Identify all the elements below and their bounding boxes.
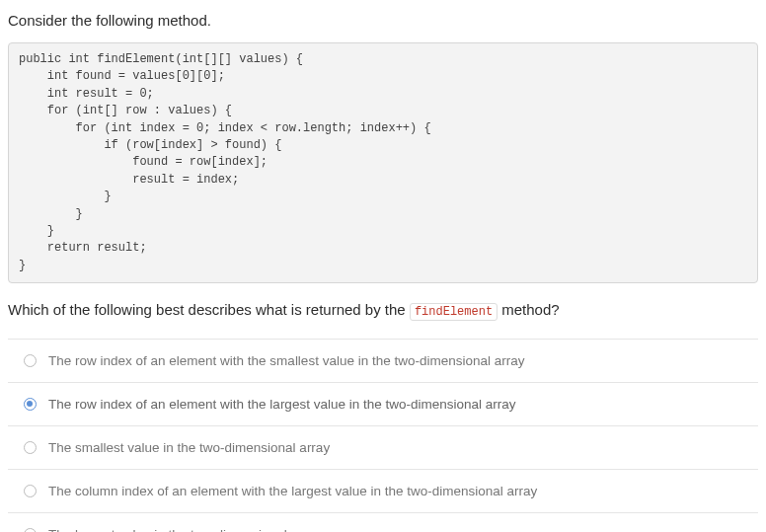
- question-post: method?: [498, 301, 560, 318]
- radio-icon: [24, 485, 37, 497]
- option-label: The smallest value in the two-dimensiona…: [48, 440, 330, 455]
- option-0[interactable]: The row index of an element with the sma…: [8, 340, 758, 383]
- radio-icon: [24, 441, 37, 454]
- option-3[interactable]: The column index of an element with the …: [8, 470, 758, 513]
- prompt-text: Consider the following method.: [8, 12, 758, 29]
- question-pre: Which of the following best describes wh…: [8, 301, 410, 318]
- option-label: The row index of an element with the sma…: [48, 353, 525, 368]
- option-label: The largest value in the two-dimensional…: [48, 527, 321, 532]
- option-label: The column index of an element with the …: [48, 484, 537, 498]
- option-4[interactable]: The largest value in the two-dimensional…: [8, 513, 758, 532]
- inline-code-findelement: findElement: [410, 303, 498, 321]
- question-text: Which of the following best describes wh…: [8, 301, 758, 319]
- radio-icon: [24, 354, 37, 367]
- radio-icon: [24, 398, 37, 411]
- options-list: The row index of an element with the sma…: [8, 339, 758, 532]
- option-1[interactable]: The row index of an element with the lar…: [8, 383, 758, 426]
- radio-icon: [24, 528, 37, 532]
- code-block: public int findElement(int[][] values) {…: [8, 42, 758, 283]
- option-label: The row index of an element with the lar…: [48, 397, 516, 412]
- option-2[interactable]: The smallest value in the two-dimensiona…: [8, 426, 758, 470]
